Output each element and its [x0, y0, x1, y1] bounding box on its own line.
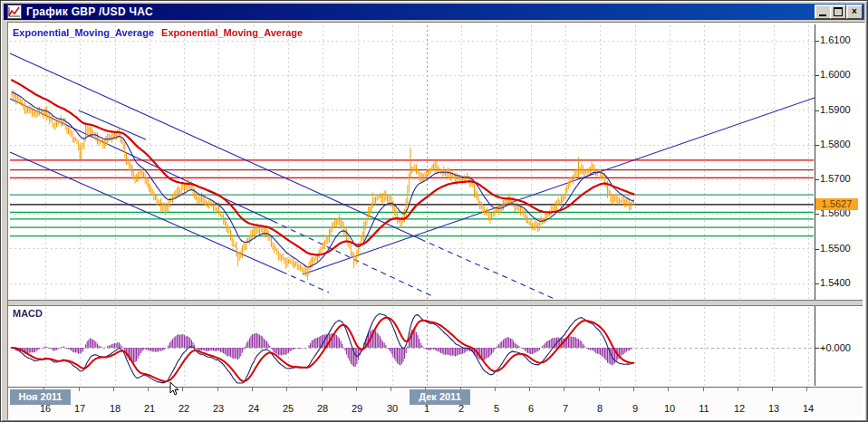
- maximize-button[interactable]: [830, 5, 846, 19]
- minimize-button[interactable]: [815, 5, 831, 19]
- price-axis: [815, 24, 862, 300]
- day-label: 22: [173, 403, 195, 414]
- day-label: 23: [207, 403, 229, 414]
- axis-tick-mark: [815, 145, 819, 146]
- price-tick: 1.5900: [820, 104, 862, 117]
- day-label: 6: [520, 403, 542, 414]
- titlebar[interactable]: График GBP /USD ЧАС: [4, 4, 864, 20]
- price-tick: 1.5500: [820, 243, 862, 255]
- day-label: 24: [243, 403, 265, 414]
- month-badge-dec: Дек 2011: [410, 389, 470, 405]
- price-tick: 1.5700: [820, 173, 862, 186]
- axis-tick-mark: [815, 110, 819, 111]
- day-label: 18: [104, 403, 126, 414]
- macd-zero-label: +0.000: [820, 342, 851, 353]
- day-label: 8: [589, 403, 611, 414]
- month-badge-nov: Ноя 2011: [10, 389, 71, 405]
- day-label: 7: [555, 403, 576, 414]
- day-label: 11: [693, 403, 715, 414]
- day-label: 21: [139, 403, 160, 414]
- day-label: 28: [312, 403, 333, 414]
- ema-slow-legend: Exponential_Moving_Average: [161, 27, 303, 38]
- macd-chart-canvas[interactable]: [9, 306, 815, 386]
- axis-tick-mark: [815, 249, 819, 250]
- price-tick: 1.5400: [820, 277, 862, 290]
- axis-tick-mark: [815, 75, 819, 76]
- minimize-icon: [819, 14, 826, 16]
- indicator-legend: Exponential_Moving_AverageExponential_Mo…: [13, 27, 303, 38]
- day-label: 10: [659, 403, 680, 414]
- day-label: 5: [486, 403, 507, 414]
- window-title: График GBP /USD ЧАС: [26, 5, 153, 18]
- price-tick: 1.6000: [820, 69, 862, 82]
- current-price-badge: 1.5627: [815, 198, 858, 210]
- axis-tick-mark: [815, 348, 819, 349]
- day-label: 30: [381, 403, 403, 414]
- price-tick: 1.6100: [820, 34, 862, 47]
- day-label: 12: [728, 403, 750, 414]
- close-button[interactable]: ×: [846, 5, 863, 19]
- day-label: 17: [69, 403, 91, 414]
- price-tick: 1.5800: [820, 139, 862, 151]
- macd-label: MACD: [13, 308, 43, 319]
- axis-tick-mark: [815, 179, 819, 180]
- maximize-icon: [834, 7, 843, 16]
- axis-tick-mark: [815, 283, 819, 284]
- axis-tick-mark: [815, 214, 819, 215]
- day-label: 29: [346, 403, 368, 414]
- day-label: 9: [624, 403, 646, 414]
- chart-window: График GBP /USD ЧАС × Exponential_Moving…: [0, 0, 868, 422]
- panel-separator[interactable]: [8, 300, 863, 306]
- close-icon: ×: [852, 7, 857, 16]
- day-label: 13: [763, 403, 785, 414]
- day-label: 25: [277, 403, 299, 414]
- day-label: 14: [797, 403, 819, 414]
- axis-tick-mark: [815, 41, 819, 42]
- chart-app-icon: [7, 5, 22, 19]
- mouse-cursor-icon: [169, 381, 180, 397]
- ema-fast-legend: Exponential_Moving_Average: [13, 27, 154, 38]
- price-chart-canvas[interactable]: [9, 24, 815, 300]
